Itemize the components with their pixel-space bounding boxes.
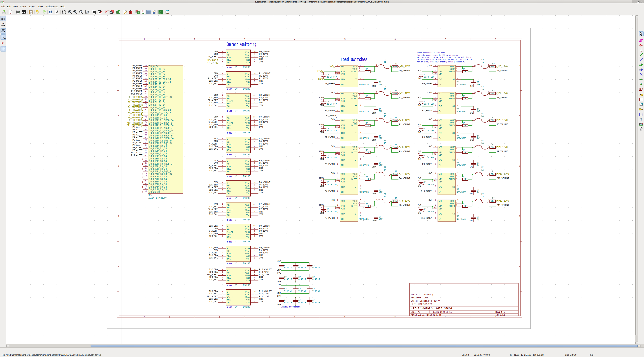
svg-text:8: 8 xyxy=(254,186,255,188)
svg-text:I2C_SDA: I2C_SDA xyxy=(209,254,218,257)
svg-text:U?: U? xyxy=(235,131,237,134)
svg-text:INA233: INA233 xyxy=(243,284,250,286)
svg-text:1: 1 xyxy=(337,123,338,125)
svg-text:3: 3 xyxy=(222,99,223,101)
svg-text:1: 1 xyxy=(474,145,475,147)
svg-text:VIN: VIN xyxy=(341,97,345,100)
svg-text:A1: A1 xyxy=(227,160,230,163)
svg-text:2: 2 xyxy=(488,91,489,93)
svg-text:5: 5 xyxy=(456,123,457,125)
svg-text:IO_L19N_T3_VREF_34: IO_L19N_T3_VREF_34 xyxy=(149,163,174,165)
svg-text:A0: A0 xyxy=(227,54,230,56)
svg-text:50m: 50m xyxy=(491,93,494,95)
svg-text:P2_PWREN: P2_PWREN xyxy=(325,136,335,139)
svg-text:VIN: VIN xyxy=(341,73,345,76)
svg-text:0.47 uF: 0.47 uF xyxy=(298,301,306,304)
svg-text:R?: R? xyxy=(394,90,397,92)
svg-text:E: E xyxy=(118,265,119,268)
svg-text:DNP: DNP xyxy=(477,137,480,140)
svg-text:P2: P2 xyxy=(144,165,146,167)
svg-text:F1: F1 xyxy=(144,111,147,113)
svg-text:C5: C5 xyxy=(144,93,146,95)
svg-text:U?: U? xyxy=(235,66,237,69)
svg-text:4: 4 xyxy=(222,189,223,191)
svg-text:I2C_SCL: I2C_SCL xyxy=(209,170,218,172)
svg-text:1K: 1K xyxy=(464,98,466,100)
svg-text:7: 7 xyxy=(444,316,446,318)
svg-text:Vs+: Vs+ xyxy=(246,214,250,216)
svg-text:7: 7 xyxy=(457,199,458,201)
svg-text:5: 5 xyxy=(344,38,346,41)
svg-text:VOUT: VOUT xyxy=(352,122,357,124)
svg-text:P9_ALERT: P9_ALERT xyxy=(208,252,218,254)
svg-text:C?: C? xyxy=(424,101,426,103)
svg-text:1: 1 xyxy=(222,159,223,161)
svg-text:P1_VSHUNT: P1_VSHUNT xyxy=(259,72,270,75)
svg-text:P1_12V0: P1_12V0 xyxy=(259,77,268,80)
svg-text:A1: A1 xyxy=(227,51,230,54)
svg-text:50m: 50m xyxy=(491,173,494,176)
svg-text:22 uF 35V: 22 uF 35V xyxy=(326,210,337,213)
svg-text:2: 2 xyxy=(222,227,223,229)
svg-text:7: 7 xyxy=(254,233,255,235)
svg-text:GND: GND xyxy=(418,185,422,187)
svg-text:EN: EN xyxy=(341,137,344,140)
svg-text:3: 3 xyxy=(222,56,223,58)
svg-text:Load Switches: Load Switches xyxy=(340,57,367,63)
svg-text:Vin-: Vin- xyxy=(245,54,250,56)
svg-text:R?: R? xyxy=(492,117,494,119)
svg-text:P6_PRESENT: P6_PRESENT xyxy=(128,111,141,114)
svg-text:8: 8 xyxy=(254,165,255,167)
svg-text:1A: 1A xyxy=(481,115,484,117)
svg-text:C?: C? xyxy=(326,181,329,184)
svg-text:R?: R? xyxy=(394,144,397,146)
svg-text:Vs+: Vs+ xyxy=(246,62,250,64)
svg-text:7: 7 xyxy=(254,124,255,126)
svg-text:VIN: VIN xyxy=(439,73,442,76)
svg-text:8: 8 xyxy=(359,67,360,69)
svg-text:IO_L6P_T0_34: IO_L6P_T0_34 xyxy=(149,93,165,96)
svg-text:P0_ALERT: P0_ALERT xyxy=(208,55,218,58)
svg-text:P8_ALERT: P8_ALERT xyxy=(132,146,142,149)
svg-text:GND: GND xyxy=(318,78,322,81)
svg-text:8: 8 xyxy=(456,175,457,177)
svg-text:1A: 1A xyxy=(384,115,386,117)
svg-text:Date: 2020-06-15: Date: 2020-06-15 xyxy=(433,311,452,313)
svg-text:C3: C3 xyxy=(144,70,146,72)
svg-text:P11_PWREN: P11_PWREN xyxy=(421,217,432,219)
svg-text:6: 6 xyxy=(360,104,361,106)
svg-text:1A: 1A xyxy=(384,169,386,171)
svg-text:10: 10 xyxy=(254,181,256,183)
svg-text:IO_L22P_T3_34: IO_L22P_T3_34 xyxy=(149,175,167,178)
svg-text:SCL: SCL xyxy=(227,83,230,86)
svg-text:I2C_SDA: I2C_SDA xyxy=(209,102,218,104)
svg-text:Bleed resistor is ~100 ohms.: Bleed resistor is ~100 ohms. xyxy=(417,52,446,54)
svg-text:Vbus: Vbus xyxy=(245,165,250,168)
svg-text:VOUT: VOUT xyxy=(352,92,357,95)
svg-text:C?: C? xyxy=(424,181,426,184)
svg-text:GND: GND xyxy=(277,303,281,306)
svg-text:2: 2 xyxy=(435,83,436,85)
svg-text:8: 8 xyxy=(359,148,360,150)
svg-text:INA233: INA233 xyxy=(243,197,250,199)
svg-text:Vbus: Vbus xyxy=(245,187,250,190)
svg-text:1: 1 xyxy=(474,64,475,66)
svg-text:Vbus: Vbus xyxy=(245,56,250,59)
svg-text:BLEED: BLEED xyxy=(351,178,357,181)
svg-text:D2: D2 xyxy=(144,116,146,118)
svg-text:IO_L15N_T2_DQS_34: IO_L15N_T2_DQS_34 xyxy=(149,142,172,145)
svg-text:F4: F4 xyxy=(144,126,147,128)
svg-text:I2C_SDA: I2C_SDA xyxy=(209,80,218,82)
svg-text:R?: R? xyxy=(366,203,368,205)
svg-text:3: 3 xyxy=(222,208,223,210)
svg-text:7: 7 xyxy=(254,276,255,278)
svg-text:IO_L24N_T3_34: IO_L24N_T3_34 xyxy=(149,188,167,191)
svg-text:P11_12V0: P11_12V0 xyxy=(259,295,269,298)
svg-text:Alert: Alert xyxy=(227,100,233,102)
svg-text:P10_ALERT: P10_ALERT xyxy=(131,152,142,154)
svg-text:50m: 50m xyxy=(393,200,397,202)
svg-text:Vin+: Vin+ xyxy=(245,51,250,54)
svg-text:I2C_SDA: I2C_SDA xyxy=(209,290,218,292)
svg-text:IO_L7N_T1_34: IO_L7N_T1_34 xyxy=(149,101,165,104)
svg-text:2: 2 xyxy=(337,83,338,85)
